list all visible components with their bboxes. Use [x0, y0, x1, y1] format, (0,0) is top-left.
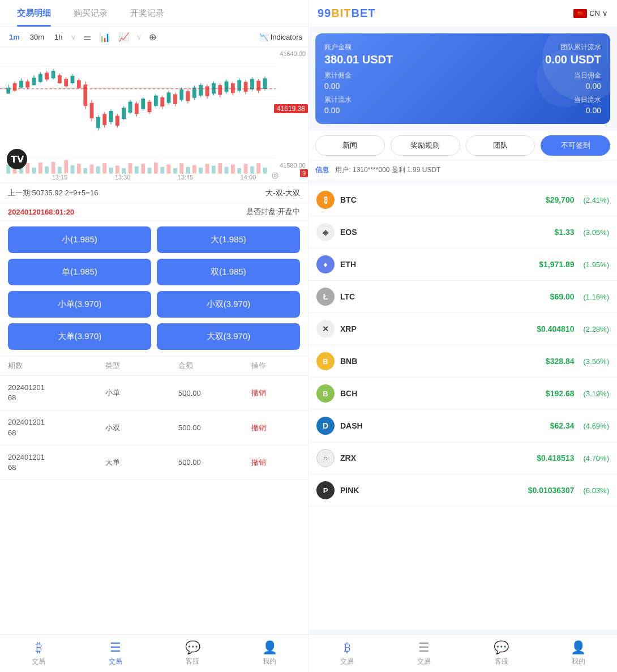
svg-rect-22	[122, 168, 126, 174]
list-item[interactable]: B BNB $328.84 (3.56%)	[308, 345, 617, 378]
svg-rect-26	[148, 168, 152, 174]
chart-add-btn[interactable]: ⊕	[147, 31, 158, 44]
eth-name: ETH	[340, 260, 533, 269]
btn-single[interactable]: 单(1.985)	[8, 259, 151, 285]
right-nav-service[interactable]: 💬 客服	[463, 635, 540, 672]
news-btn[interactable]: 新闻	[315, 135, 385, 156]
indicators-btn[interactable]: 📉 Indicators	[259, 33, 302, 41]
dash-name: DASH	[340, 421, 545, 430]
cumulative-flow-label: 累计流水	[324, 95, 352, 105]
svg-rect-11	[52, 162, 55, 174]
svg-rect-94	[160, 97, 164, 106]
chart-type-bar[interactable]: 📊	[97, 31, 113, 44]
chart-area: 41640.00 41600.00 41580.00 41619.38 9 𝗧𝗩…	[0, 48, 308, 183]
daily-flow-value: 0.00	[574, 106, 601, 115]
ticker-text: 用户: 1310****000 盈利 1.99 USDT	[335, 166, 440, 174]
cumulative-commission-label: 累计佣金	[324, 71, 352, 80]
cancel-btn-2[interactable]: 撤销	[251, 423, 300, 433]
list-item[interactable]: ₿ BTC $29,700 (2.41%)	[308, 184, 617, 216]
svg-rect-54	[32, 78, 36, 85]
chevron-down-icon: ∨	[602, 9, 608, 18]
nav-bitcoin[interactable]: ₿ 交易	[0, 635, 77, 672]
table-row: 202401201 68 小单 500.00 撤销	[0, 376, 308, 410]
tab-trade-detail[interactable]: 交易明细	[6, 0, 62, 27]
tab-purchase-record[interactable]: 购买记录	[62, 0, 119, 27]
team-flow-value: 0.00 USDT	[545, 53, 601, 66]
nav-service-label: 客服	[186, 657, 199, 666]
bnb-icon: B	[316, 352, 335, 370]
list-item[interactable]: ✕ XRP $0.404810 (2.28%)	[308, 313, 617, 345]
btn-small-double[interactable]: 小双(3.970)	[157, 291, 300, 318]
svg-rect-78	[109, 111, 113, 122]
right-nav-service-label: 客服	[495, 657, 508, 666]
row-id-2: 202401201 68	[8, 417, 105, 438]
list-item[interactable]: Ł LTC $69.00 (1.16%)	[308, 281, 617, 313]
checkin-btn[interactable]: 不可签到	[541, 135, 610, 156]
reward-rules-btn[interactable]: 奖励规则	[391, 135, 460, 156]
ltc-name: LTC	[340, 292, 545, 301]
svg-rect-74	[96, 117, 100, 129]
table-row: 202401201 68 大单 500.00 撤销	[0, 446, 308, 480]
tf-1m[interactable]: 1m	[6, 32, 23, 42]
right-nav-profile[interactable]: 👤 我的	[540, 635, 617, 672]
btn-small[interactable]: 小(1.985)	[8, 226, 151, 253]
pink-icon: P	[316, 481, 335, 499]
svg-rect-116	[231, 83, 235, 93]
btn-double[interactable]: 双(1.985)	[157, 259, 300, 285]
dash-price: $62.34	[550, 421, 575, 430]
tab-lottery-record[interactable]: 开奖记录	[119, 0, 175, 27]
right-orders-icon: ☰	[418, 640, 430, 655]
account-balance-value: 380.01 USDT	[324, 53, 393, 66]
chart-type-line[interactable]: 📈	[116, 31, 132, 44]
right-nav-orders[interactable]: ☰ 交易	[385, 635, 462, 672]
nav-orders-left[interactable]: ☰ 交易	[77, 635, 154, 672]
list-item[interactable]: D DASH $62.34 (4.69%)	[308, 410, 617, 442]
zrx-price: $0.418513	[537, 453, 574, 463]
svg-rect-7	[25, 163, 29, 173]
nav-profile-left[interactable]: 👤 我的	[231, 635, 308, 672]
xrp-change: (2.28%)	[583, 325, 609, 333]
list-item[interactable]: P PINK $0.01036307 (6.03%)	[308, 474, 617, 507]
lang-selector[interactable]: 🇨🇳 CN ∨	[573, 9, 608, 18]
chat-icon: 💬	[185, 640, 200, 655]
btn-big-single[interactable]: 大单(3.970)	[8, 323, 151, 350]
svg-rect-104	[192, 88, 196, 98]
countdown-timer: 01:20	[55, 208, 74, 216]
svg-rect-114	[225, 82, 229, 92]
svg-rect-108	[205, 86, 209, 96]
svg-rect-84	[128, 102, 132, 113]
chart-logo: 𝗧𝗩	[7, 149, 27, 169]
list-item[interactable]: ◈ EOS $1.33 (3.05%)	[308, 216, 617, 249]
eye-icon[interactable]: ◎	[272, 170, 278, 179]
list-item[interactable]: ♦ ETH $1,971.89 (1.95%)	[308, 249, 617, 281]
row-id-1: 202401201 68	[8, 383, 105, 403]
list-item[interactable]: ○ ZRX $0.418513 (4.70%)	[308, 442, 617, 474]
right-panel: 99BITBET 🇨🇳 CN ∨ 账户金额 380.01 USDT 团队累计流水…	[308, 0, 617, 672]
zrx-change: (4.70%)	[583, 454, 609, 463]
daily-commission-label: 当日佣金	[574, 71, 601, 80]
cumulative-flow-value: 0.00	[324, 106, 352, 115]
btn-big-double[interactable]: 大双(3.970)	[157, 323, 300, 350]
nav-bitcoin-label: 交易	[32, 657, 45, 666]
time-1: 13:15	[52, 174, 68, 181]
svg-rect-100	[179, 89, 183, 100]
row-type-2: 小双	[105, 423, 178, 433]
team-btn[interactable]: 团队	[466, 135, 535, 156]
svg-rect-80	[115, 116, 119, 126]
btn-big[interactable]: 大(1.985)	[157, 226, 300, 253]
chart-type-candle[interactable]: ⚌	[81, 31, 93, 44]
cancel-btn-3[interactable]: 撤销	[251, 457, 300, 468]
tab-bar: 交易明细 购买记录 开奖记录	[0, 0, 308, 27]
list-item[interactable]: B BCH $192.68 (3.19%)	[308, 378, 617, 410]
nav-service-left[interactable]: 💬 客服	[154, 635, 231, 672]
right-nav-trade-label: 交易	[340, 657, 354, 666]
svg-rect-43	[256, 163, 260, 173]
cancel-btn-1[interactable]: 撤销	[251, 388, 300, 398]
countdown-period: 20240120168:01:20	[8, 208, 74, 216]
eos-name: EOS	[340, 228, 549, 237]
svg-rect-52	[25, 82, 29, 88]
tf-30m[interactable]: 30m	[27, 32, 48, 42]
right-nav-bitcoin[interactable]: ₿ 交易	[308, 635, 385, 672]
tf-1h[interactable]: 1h	[51, 32, 66, 42]
btn-small-single[interactable]: 小单(3.970)	[8, 291, 151, 318]
